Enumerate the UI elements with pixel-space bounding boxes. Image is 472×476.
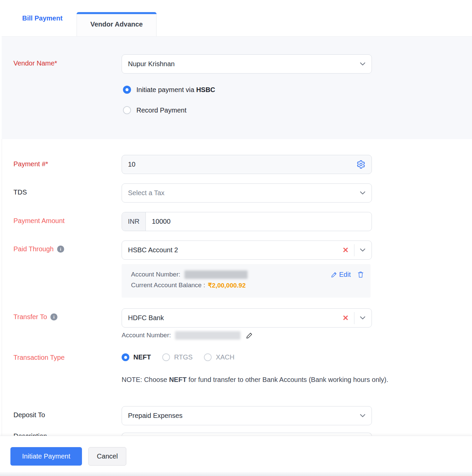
pencil-icon	[331, 271, 337, 278]
account-number-label: Account Number:	[131, 271, 180, 278]
cancel-button[interactable]: Cancel	[88, 447, 126, 466]
paid-through-label: Paid Through i	[13, 245, 64, 253]
info-icon[interactable]: i	[57, 246, 64, 253]
neft-note: NOTE: Choose NEFT for fund transfer to o…	[122, 376, 388, 384]
initiate-payment-button[interactable]: Initiate Payment	[10, 447, 82, 466]
vendor-name-label: Vendor Name*	[13, 59, 57, 67]
paid-through-select[interactable]: HSBC Account 2 ✕	[122, 241, 372, 260]
vendor-section-background	[2, 36, 472, 139]
chevron-down-icon	[360, 62, 366, 66]
tds-placeholder: Select a Tax	[128, 189, 360, 197]
currency-prefix: INR	[122, 212, 146, 231]
payment-number-label: Payment #*	[13, 160, 48, 168]
transaction-type-label: Transaction Type	[13, 354, 65, 361]
chevron-down-icon	[360, 248, 366, 252]
edit-account-link[interactable]: Edit	[331, 271, 351, 278]
initiate-payment-label: Initiate payment via HSBC	[136, 86, 215, 94]
neft-radio[interactable]	[122, 353, 129, 361]
tds-select[interactable]: Select a Tax	[122, 183, 372, 203]
tab-vendor-advance-label: Vendor Advance	[90, 20, 143, 28]
payment-amount-input[interactable]: INR 10000	[122, 212, 372, 231]
payment-amount-label: Payment Amount	[13, 217, 65, 225]
paid-through-account-panel: Account Number: Edit Current Account Bal…	[122, 264, 371, 298]
chevron-down-icon	[360, 414, 366, 418]
redacted-account-number	[184, 270, 248, 279]
edit-link-label: Edit	[339, 271, 351, 278]
payment-number-input[interactable]: 10	[122, 155, 372, 174]
clear-icon[interactable]: ✕	[343, 314, 349, 322]
tab-bar: Bill Payment Vendor Advance	[0, 0, 472, 36]
redacted-account-number	[175, 331, 241, 340]
paid-through-value: HSBC Account 2	[128, 246, 343, 254]
xach-radio[interactable]	[204, 353, 212, 361]
tds-label: TDS	[13, 188, 27, 196]
account-number-row: Account Number: Edit	[131, 269, 364, 280]
tab-bill-payment-label: Bill Payment	[22, 14, 62, 22]
neft-option: NEFT	[122, 353, 151, 361]
bottom-scroll-strip	[0, 472, 472, 476]
xach-label: XACH	[216, 353, 234, 361]
tab-bill-payment[interactable]: Bill Payment	[22, 0, 62, 36]
chevron-down-icon	[360, 316, 366, 320]
field-divider	[354, 244, 354, 256]
rtgs-radio[interactable]	[162, 353, 170, 361]
gear-icon[interactable]	[356, 160, 366, 169]
deposit-to-select[interactable]: Prepaid Expenses	[122, 406, 372, 425]
transfer-to-value: HDFC Bank	[128, 314, 343, 322]
transfer-to-label: Transfer To i	[13, 313, 57, 321]
chevron-down-icon	[360, 191, 366, 195]
initiate-payment-radio-row: Initiate payment via HSBC	[123, 86, 215, 94]
footer-action-bar: Initiate Payment Cancel	[0, 436, 472, 472]
transfer-account-number-label: Account Number:	[122, 332, 171, 339]
record-payment-radio-row: Record Payment	[123, 106, 186, 114]
pencil-icon[interactable]	[246, 332, 253, 339]
tab-vendor-advance[interactable]: Vendor Advance	[77, 12, 157, 36]
initiate-payment-radio[interactable]	[123, 86, 131, 94]
info-icon[interactable]: i	[50, 313, 57, 320]
clear-icon[interactable]: ✕	[343, 246, 349, 255]
deposit-to-value: Prepaid Expenses	[128, 412, 360, 420]
trash-icon[interactable]	[357, 271, 364, 278]
transaction-type-options: NEFT RTGS XACH	[122, 353, 246, 361]
xach-option: XACH	[204, 353, 234, 361]
neft-label: NEFT	[133, 353, 151, 361]
rtgs-label: RTGS	[174, 353, 192, 361]
transfer-account-number-row: Account Number:	[122, 330, 253, 341]
record-payment-label: Record Payment	[136, 106, 186, 114]
rtgs-option: RTGS	[162, 353, 192, 361]
payment-amount-value: 10000	[146, 218, 372, 225]
account-balance-row: Current Account Balance : ₹2,00,000.92	[131, 280, 364, 291]
deposit-to-label: Deposit To	[13, 411, 45, 419]
record-payment-radio[interactable]	[123, 106, 131, 114]
payment-number-value: 10	[128, 161, 356, 168]
description-label-partial: Description	[13, 432, 47, 436]
balance-label: Current Account Balance :	[131, 282, 205, 289]
vendor-name-select[interactable]: Nupur Krishnan	[122, 54, 372, 74]
transfer-to-select[interactable]: HDFC Bank ✕	[122, 308, 372, 328]
vendor-name-value: Nupur Krishnan	[128, 60, 360, 68]
field-divider	[354, 312, 354, 324]
balance-value: ₹2,00,000.92	[208, 282, 246, 289]
